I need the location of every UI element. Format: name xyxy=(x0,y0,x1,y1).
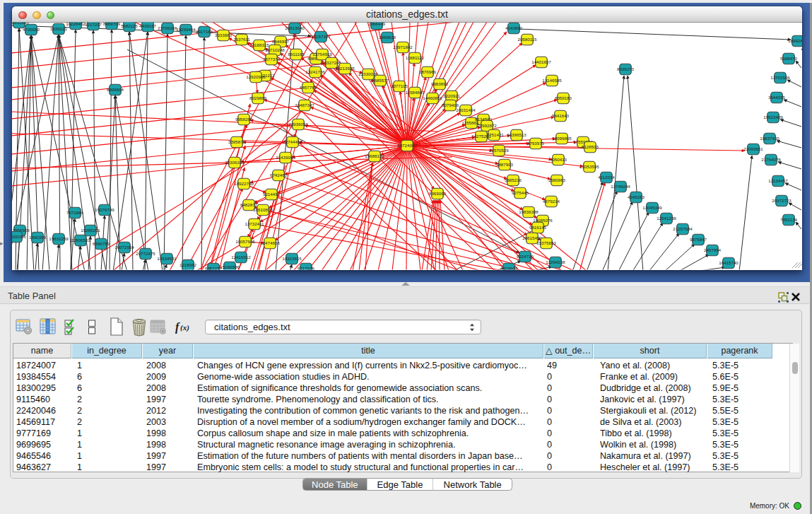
svg-text:6457765: 6457765 xyxy=(300,85,317,90)
svg-text:11881122: 11881122 xyxy=(406,55,425,60)
svg-text:5793975: 5793975 xyxy=(527,141,545,146)
svg-text:4679214: 4679214 xyxy=(543,199,560,204)
svg-text:3644095: 3644095 xyxy=(768,95,786,100)
svg-text:10228452: 10228452 xyxy=(66,21,86,26)
svg-text:23487347: 23487347 xyxy=(295,103,314,107)
svg-text:8685577: 8685577 xyxy=(372,78,389,83)
svg-text:19523409: 19523409 xyxy=(763,115,783,119)
svg-text:4735650: 4735650 xyxy=(23,27,40,32)
svg-text:8029889: 8029889 xyxy=(249,95,267,100)
svg-text:20031404: 20031404 xyxy=(456,107,476,112)
svg-text:19299464: 19299464 xyxy=(176,27,196,32)
svg-text:4429607: 4429607 xyxy=(500,266,518,271)
svg-text:16396513: 16396513 xyxy=(507,132,526,137)
svg-text:13146585: 13146585 xyxy=(542,78,562,83)
svg-text:16213925: 16213925 xyxy=(335,66,355,71)
svg-text:4439167: 4439167 xyxy=(139,23,157,28)
svg-text:2066449: 2066449 xyxy=(368,21,386,26)
svg-text:21754078: 21754078 xyxy=(761,157,781,162)
svg-text:22474828: 22474828 xyxy=(260,240,280,245)
svg-text:20580115: 20580115 xyxy=(517,37,537,42)
svg-text:3333883: 3333883 xyxy=(215,33,233,37)
svg-text:15157347: 15157347 xyxy=(311,34,331,39)
svg-text:10334531: 10334531 xyxy=(157,256,177,261)
svg-text:8224730: 8224730 xyxy=(517,254,534,259)
svg-text:8396759: 8396759 xyxy=(93,241,110,246)
svg-text:20813640: 20813640 xyxy=(285,25,305,30)
svg-text:10323815: 10323815 xyxy=(282,256,302,261)
svg-text:9875847: 9875847 xyxy=(690,237,707,242)
svg-text:21200396: 21200396 xyxy=(6,234,26,239)
svg-text:22744459: 22744459 xyxy=(283,139,302,144)
svg-text:12416912: 12416912 xyxy=(231,255,251,259)
svg-text:9217207: 9217207 xyxy=(85,22,102,27)
svg-text:22992872: 22992872 xyxy=(477,123,497,128)
svg-text:19688132: 19688132 xyxy=(365,153,384,158)
svg-text:2537611: 2537611 xyxy=(233,37,250,42)
svg-text:23936053: 23936053 xyxy=(288,122,308,127)
svg-text:6217026: 6217026 xyxy=(298,266,315,271)
svg-text:13045349: 13045349 xyxy=(642,205,662,210)
svg-text:8489709: 8489709 xyxy=(103,21,121,26)
svg-text:1890399: 1890399 xyxy=(29,235,47,240)
svg-text:9214491: 9214491 xyxy=(263,192,281,197)
svg-text:5685216: 5685216 xyxy=(505,177,522,182)
svg-text:12294238: 12294238 xyxy=(546,259,565,264)
svg-text:10710248: 10710248 xyxy=(265,47,285,52)
svg-text:22455603: 22455603 xyxy=(9,20,29,25)
svg-text:8806804: 8806804 xyxy=(107,87,124,92)
svg-text:6482877: 6482877 xyxy=(240,202,258,207)
svg-text:14275203: 14275203 xyxy=(471,134,491,139)
svg-text:14460856: 14460856 xyxy=(423,95,442,100)
svg-text:3220921: 3220921 xyxy=(443,93,461,98)
svg-text:16072954: 16072954 xyxy=(114,245,134,250)
svg-text:20615450: 20615450 xyxy=(522,235,542,240)
svg-text:22806503: 22806503 xyxy=(71,238,90,243)
svg-text:(x): (x) xyxy=(180,323,189,332)
svg-text:23188315: 23188315 xyxy=(249,42,269,47)
svg-text:14401657: 14401657 xyxy=(531,59,551,64)
svg-text:5188470: 5188470 xyxy=(780,56,798,61)
svg-text:16510878: 16510878 xyxy=(253,207,273,212)
svg-text:10327246: 10327246 xyxy=(322,60,341,65)
svg-text:8646997: 8646997 xyxy=(272,39,290,44)
svg-text:9887903: 9887903 xyxy=(496,162,514,167)
svg-text:15375853: 15375853 xyxy=(536,240,556,245)
svg-text:13134457: 13134457 xyxy=(768,178,788,183)
svg-text:2876966: 2876966 xyxy=(419,69,437,74)
svg-text:19832259: 19832259 xyxy=(49,236,69,241)
svg-text:1218062: 1218062 xyxy=(180,262,197,267)
svg-text:13748244: 13748244 xyxy=(611,184,630,189)
svg-text:9958289: 9958289 xyxy=(235,117,253,122)
svg-text:6128503: 6128503 xyxy=(582,144,599,149)
svg-text:8336273: 8336273 xyxy=(617,66,635,71)
svg-text:7671884: 7671884 xyxy=(66,210,84,215)
svg-text:8811165: 8811165 xyxy=(288,52,305,57)
svg-text:8079409: 8079409 xyxy=(442,103,459,107)
svg-text:7452134: 7452134 xyxy=(780,217,798,222)
svg-text:8359183: 8359183 xyxy=(555,95,572,100)
svg-text:12920906: 12920906 xyxy=(246,74,266,79)
svg-text:4245263: 4245263 xyxy=(628,194,645,199)
svg-text:5641643: 5641643 xyxy=(552,113,570,118)
svg-text:21439044: 21439044 xyxy=(276,155,295,160)
svg-text:4112034: 4112034 xyxy=(598,175,615,180)
svg-text:9816145: 9816145 xyxy=(529,225,547,230)
svg-text:3917183: 3917183 xyxy=(196,29,213,34)
svg-text:13241736: 13241736 xyxy=(305,69,325,74)
svg-text:13754919: 13754919 xyxy=(312,52,332,57)
svg-text:20372723: 20372723 xyxy=(772,198,792,203)
svg-text:1999828: 1999828 xyxy=(379,35,396,40)
svg-text:4050413: 4050413 xyxy=(550,157,567,162)
svg-text:20772475: 20772475 xyxy=(136,251,155,256)
svg-text:11584847: 11584847 xyxy=(405,90,425,95)
svg-text:22093651: 22093651 xyxy=(743,146,763,151)
svg-text:18992829: 18992829 xyxy=(788,38,808,43)
svg-text:18724007: 18724007 xyxy=(397,143,417,148)
svg-text:6742460: 6742460 xyxy=(270,173,288,177)
svg-text:22570529: 22570529 xyxy=(489,148,509,153)
svg-text:19836388: 19836388 xyxy=(519,209,539,214)
svg-text:10837430: 10837430 xyxy=(760,136,779,141)
svg-text:8369062: 8369062 xyxy=(429,191,447,196)
svg-text:13732411: 13732411 xyxy=(245,221,264,226)
